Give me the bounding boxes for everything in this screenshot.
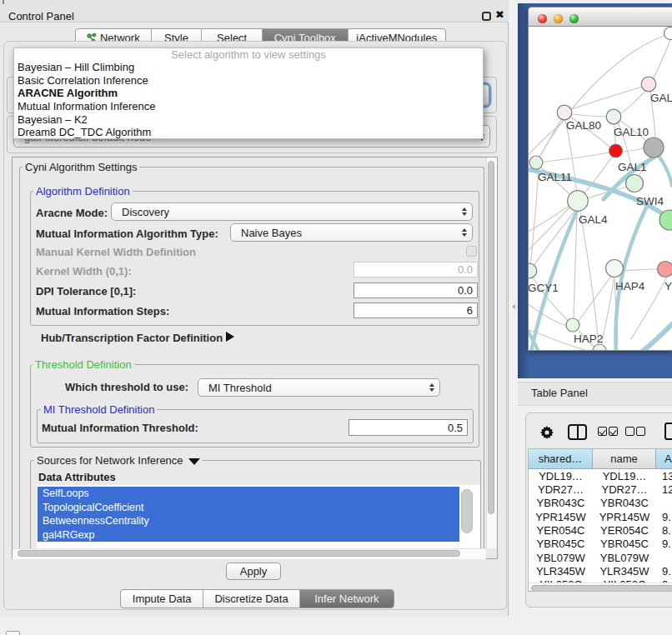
column-header-name[interactable]: name xyxy=(593,449,656,469)
table-cell: YDL19… xyxy=(529,469,593,482)
table-row[interactable]: YLR345WYLR345W9. xyxy=(529,564,672,578)
float-window-icon[interactable] xyxy=(482,12,491,21)
node-label-hap2: HAP2 xyxy=(574,332,603,345)
network-node-hap4[interactable] xyxy=(606,260,624,278)
popup-item-bayesian-hill-climbing[interactable]: Bayesian – Hill Climbing xyxy=(14,61,483,74)
minimize-traffic-light[interactable] xyxy=(554,14,563,23)
file-icon[interactable] xyxy=(664,422,672,440)
network-edge-thick[interactable] xyxy=(659,156,672,186)
splitter-arrow-icon[interactable] xyxy=(512,304,515,309)
sources-group-title-text: Sources for Network Inference xyxy=(37,454,183,467)
close-icon[interactable]: ✖ xyxy=(495,8,504,21)
mi-type-combo[interactable]: Naive Bayes xyxy=(230,223,473,242)
which-threshold-label: Which threshold to use: xyxy=(65,381,188,393)
popup-item-bayesian-k2[interactable]: Bayesian – K2 xyxy=(14,113,483,127)
columns-icon[interactable] xyxy=(568,424,587,440)
manual-kernel-checkbox[interactable] xyxy=(466,246,477,257)
collapsed-panel-icon[interactable] xyxy=(6,631,20,635)
popup-item-aracne-algorithm[interactable]: ARACNE Algorithm xyxy=(14,87,483,100)
close-traffic-light[interactable] xyxy=(538,14,547,23)
kernel-width-field[interactable]: 0.0 xyxy=(354,262,478,278)
table-cell: YER054C xyxy=(529,523,593,537)
network-node-hap2[interactable] xyxy=(566,318,579,332)
network-node-swi4[interactable] xyxy=(626,175,644,192)
hub-section-label[interactable]: Hub/Transcription Factor Definition xyxy=(41,332,223,344)
network-node-gcy1[interactable] xyxy=(529,263,537,278)
popup-item-dream8-dc-tdc-algorithm[interactable]: Dream8 DC_TDC Algorithm xyxy=(14,126,483,139)
table-cell: 8. xyxy=(656,523,672,537)
aracne-mode-combo[interactable]: Discovery xyxy=(111,202,473,221)
table-row[interactable]: YBR043CYBR043C xyxy=(529,497,672,510)
network-edge[interactable] xyxy=(544,152,609,162)
collapse-down-icon[interactable] xyxy=(188,458,200,465)
mi-steps-field[interactable]: 6 xyxy=(354,302,478,318)
attribute-item-selfloops[interactable]: SelfLoops xyxy=(38,487,459,501)
subtab-impute-data[interactable]: Impute Data xyxy=(121,590,203,608)
which-threshold-combo[interactable]: MI Threshold xyxy=(198,378,440,397)
dpi-tolerance-field[interactable]: 0.0 xyxy=(354,282,478,298)
subtab-discretize-data[interactable]: Discretize Data xyxy=(203,590,298,608)
popup-item-mutual-information-inference[interactable]: Mutual Information Inference xyxy=(14,100,483,113)
network-node-gal1[interactable] xyxy=(609,144,623,158)
table-row[interactable]: YPR145WYPR145W9. xyxy=(529,510,672,523)
network-node-gal4[interactable] xyxy=(568,191,589,212)
apply-button[interactable]: Apply xyxy=(226,562,281,580)
network-edge[interactable] xyxy=(580,211,599,345)
network-edge[interactable] xyxy=(529,302,569,327)
network-node-gal10[interactable] xyxy=(606,109,621,124)
mi-threshold-group-title: MI Threshold Definition xyxy=(41,403,157,416)
network-canvas[interactable]: GAL2GAL80GAL10GAL1GAL11GAL4SWI4HAP4YGCY1… xyxy=(529,27,672,351)
table-row[interactable]: YDR27…YDR27…12 xyxy=(529,482,672,496)
network-node[interactable] xyxy=(664,28,672,40)
settings-hscrollbar-thumb[interactable] xyxy=(18,550,460,557)
settings-vscrollbar-thumb[interactable] xyxy=(488,161,494,514)
cyni-subtabs: Impute DataDiscretize DataInfer Network xyxy=(120,589,394,608)
table-row[interactable]: YER054CYER054C8. xyxy=(529,523,672,537)
network-edge-thick[interactable] xyxy=(635,324,672,351)
column-header-a[interactable]: A xyxy=(656,449,672,469)
network-edge[interactable] xyxy=(540,118,562,156)
network-edge[interactable] xyxy=(622,148,644,152)
network-node[interactable] xyxy=(593,344,606,351)
checked-checkbox-icon[interactable] xyxy=(598,427,607,436)
network-edge[interactable] xyxy=(622,269,660,271)
network-node-y[interactable] xyxy=(658,262,672,278)
checked-checkbox-icon[interactable] xyxy=(609,427,618,436)
mit-field[interactable]: 0.5 xyxy=(349,419,468,436)
popup-item-basic-correlation-inference[interactable]: Basic Correlation Inference xyxy=(14,74,483,88)
unchecked-checkbox-icon[interactable] xyxy=(636,427,645,436)
table-hscrollbar-thumb[interactable] xyxy=(531,585,672,592)
network-edge[interactable] xyxy=(569,85,649,110)
attributes-list[interactable]: SelfLoopsTopologicalCoefficientBetweenne… xyxy=(37,485,480,548)
table-cell: 9. xyxy=(656,538,672,551)
table-row[interactable]: YDL19…YDL19…13 xyxy=(529,469,672,482)
network-edge[interactable] xyxy=(572,114,607,117)
attribute-item-topologicalcoefficient[interactable]: TopologicalCoefficient xyxy=(38,501,459,515)
attributes-list-scrollbar[interactable] xyxy=(461,489,473,533)
gear-icon[interactable] xyxy=(539,425,554,440)
attribute-item-betweennesscentrality[interactable]: BetweennessCentrality xyxy=(38,514,459,528)
network-node-gal2[interactable] xyxy=(641,77,656,92)
column-header-shared[interactable]: shared… xyxy=(529,449,593,469)
table-row[interactable]: YBL079WYBL079W xyxy=(529,551,672,564)
network-edge[interactable] xyxy=(529,119,565,157)
zoom-traffic-light[interactable] xyxy=(569,14,579,23)
network-node-gal80[interactable] xyxy=(557,105,572,120)
table-hscrollbar-track[interactable] xyxy=(529,582,672,592)
network-node[interactable] xyxy=(644,138,664,158)
table-cell: YDR27… xyxy=(593,482,656,496)
network-node-gal11[interactable] xyxy=(529,156,543,169)
network-edge[interactable] xyxy=(652,40,670,80)
table-row[interactable]: YBR045CYBR045C9. xyxy=(529,538,672,551)
network-window-titlebar[interactable] xyxy=(529,8,672,27)
network-edge-thick[interactable] xyxy=(615,206,647,351)
sources-group-title[interactable]: Sources for Network Inference xyxy=(34,454,203,467)
network-edge[interactable] xyxy=(574,211,577,318)
attribute-item-gal4rgexp[interactable]: gal4RGexp xyxy=(38,528,459,542)
subtab-infer-network[interactable]: Infer Network xyxy=(299,590,394,608)
unchecked-checkbox-icon[interactable] xyxy=(625,427,634,436)
panel-divider[interactable] xyxy=(509,0,518,635)
table-cell: YBR043C xyxy=(529,497,593,510)
combo-arrows-icon xyxy=(457,225,471,240)
expand-right-icon[interactable] xyxy=(226,332,234,342)
